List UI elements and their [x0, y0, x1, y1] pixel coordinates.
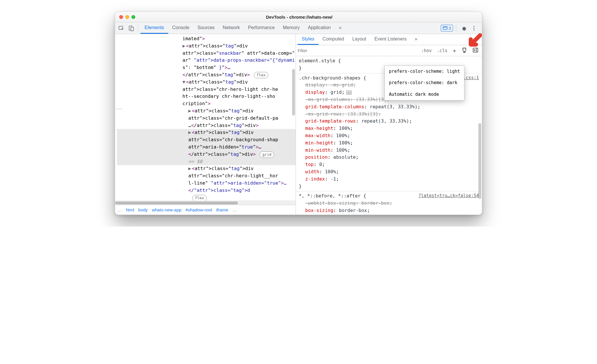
dom-line[interactable]: cription">: [117, 100, 296, 107]
window-controls: [119, 15, 135, 19]
tab-event-listeners[interactable]: Event Listeners: [370, 34, 410, 45]
css-property[interactable]: width: 100%;: [299, 168, 479, 176]
stylesheet-link[interactable]: ?latest=tru…ck=false:54: [418, 192, 479, 199]
css-property[interactable]: position: absolute;: [299, 154, 479, 161]
tab-elements[interactable]: Elements: [141, 22, 168, 34]
tab-console[interactable]: Console: [168, 22, 194, 34]
minimize-window-button[interactable]: [125, 15, 129, 19]
vertical-scrollbar[interactable]: [292, 69, 295, 116]
vertical-scrollbar[interactable]: [478, 123, 481, 199]
svg-point-6: [473, 29, 474, 30]
popup-item[interactable]: prefers-color-scheme: light: [385, 66, 464, 77]
separator: [456, 25, 456, 32]
breadcrumb-item[interactable]: html: [126, 207, 134, 212]
horizontal-scrollbar[interactable]: [115, 201, 296, 205]
dom-line[interactable]: imated">: [117, 35, 296, 43]
tab-computed[interactable]: Computed: [319, 34, 348, 45]
new-style-rule-button[interactable]: +: [451, 46, 458, 55]
css-property[interactable]: min-width: 100%;: [299, 147, 479, 154]
tab-layout[interactable]: Layout: [348, 34, 370, 45]
tab-performance[interactable]: Performance: [244, 22, 279, 34]
dom-line[interactable]: attr">aria-hidden="true">…</attr">class=…: [117, 144, 296, 158]
titlebar: DevTools - chrome://whats-new/: [115, 12, 482, 22]
css-property[interactable]: z-index: -1;: [299, 176, 479, 183]
dom-line[interactable]: == $0: [117, 158, 296, 165]
selector: element.style {: [299, 57, 479, 65]
css-property[interactable]: -webkit-box-sizing: border-box;: [299, 200, 479, 207]
tab-memory[interactable]: Memory: [279, 22, 304, 34]
css-property[interactable]: grid-template-columns: repeat(3, 33.33%)…: [299, 103, 479, 111]
breadcrumb-overflow-right[interactable]: …: [232, 207, 237, 212]
devtools-window: DevTools - chrome://whats-new/ Elements …: [115, 12, 482, 215]
window-title: DevTools - chrome://whats-new/: [135, 15, 463, 20]
css-property[interactable]: max-width: 100%;: [299, 132, 479, 139]
styles-toolbar: :hov .cls +: [296, 45, 482, 56]
svg-point-5: [473, 28, 474, 29]
dom-line[interactable]: ▶<attr">class="tag">div attr">class="chr…: [117, 129, 296, 144]
dom-line[interactable]: ▼<attr">class="tag">div attr">class="chr…: [117, 79, 296, 93]
popup-item[interactable]: Automatic dark mode: [385, 89, 464, 100]
tabs-overflow-icon[interactable]: »: [335, 22, 345, 34]
svg-rect-2: [131, 27, 134, 31]
popup-item[interactable]: prefers-color-scheme: dark: [385, 77, 464, 89]
grid-editor-icon[interactable]: [346, 91, 352, 95]
css-rule[interactable]: ?latest=tru…ck=false:54*, *::before, *::…: [296, 191, 482, 215]
dom-line[interactable]: ▶<attr">class="tag">div attr">class="chr…: [117, 165, 296, 180]
zoom-window-button[interactable]: [131, 15, 135, 19]
gutter-dots-icon: ⋯: [116, 105, 123, 112]
rendering-emulations-popup: prefers-color-scheme: light prefers-colo…: [384, 66, 464, 100]
dom-line[interactable]: …</attr">class="tag">div>: [117, 122, 296, 129]
dom-line[interactable]: ar" "attr">data-props-snackbar="{"dynami: [117, 57, 296, 64]
tab-styles[interactable]: Styles: [298, 34, 319, 45]
close-window-button[interactable]: [119, 15, 123, 19]
svg-point-4: [473, 26, 474, 27]
css-property[interactable]: top: 0;: [299, 161, 479, 168]
css-property[interactable]: max-height: 100%;: [299, 125, 479, 132]
tab-application[interactable]: Application: [304, 22, 335, 34]
issues-count: 3: [449, 26, 451, 31]
css-property[interactable]: min-height: 100%;: [299, 139, 479, 147]
main-toolbar: Elements Console Sources Network Perform…: [115, 22, 482, 34]
dom-line[interactable]: ▶<attr">class="tag">div attr">class="sna…: [117, 43, 296, 57]
annotation-arrow-icon: [466, 33, 482, 52]
styles-body[interactable]: element.style { } n.css:1.chr-background…: [296, 56, 482, 215]
tab-network[interactable]: Network: [219, 22, 244, 34]
hov-button[interactable]: :hov: [419, 47, 433, 54]
styles-panel: Styles Computed Layout Event Listeners »…: [296, 34, 482, 215]
svg-rect-3: [443, 26, 447, 29]
elements-panel: imated">▶<attr">class="tag">div attr">cl…: [115, 34, 296, 215]
dom-line[interactable]: l-line" "attr">aria-hidden="true">…</"at…: [117, 180, 296, 194]
tab-sources[interactable]: Sources: [193, 22, 219, 34]
breadcrumb-item[interactable]: #shadow-root: [186, 207, 212, 212]
breadcrumb-overflow-left[interactable]: …: [117, 207, 122, 212]
dom-line[interactable]: ▶<attr">class="tag">div attr">class="chr…: [117, 107, 296, 122]
dom-tree[interactable]: imated">▶<attr">class="tag">div attr">cl…: [115, 34, 296, 201]
dom-line[interactable]: flex: [117, 194, 296, 201]
more-icon[interactable]: [470, 24, 478, 33]
styles-tabs-overflow-icon[interactable]: »: [411, 34, 422, 45]
breadcrumb: … html body whats-new-app #shadow-root i…: [115, 205, 296, 215]
settings-icon[interactable]: [459, 24, 468, 33]
device-toggle-icon[interactable]: [127, 24, 136, 33]
issues-badge[interactable]: 3: [441, 25, 453, 31]
breadcrumb-item[interactable]: body: [138, 207, 148, 212]
css-property[interactable]: box-sizing: border-box;: [299, 207, 479, 214]
css-property[interactable]: grid-template-rows: repeat(3, 33.33%);: [299, 118, 479, 125]
dom-line[interactable]: s": "bottom" }">…</attr">class="tag">div…: [117, 64, 296, 79]
dom-line[interactable]: ht--secondary chr-hero-light--sho: [117, 93, 296, 100]
cls-button[interactable]: .cls: [435, 47, 449, 54]
css-property[interactable]: -ms-grid-rows: (33.33%)[3];: [299, 111, 479, 118]
styles-tabs: Styles Computed Layout Event Listeners »: [296, 34, 482, 45]
inspect-icon[interactable]: [117, 24, 126, 33]
styles-filter-input[interactable]: [298, 48, 362, 53]
separator: [138, 25, 138, 32]
issues-icon: [443, 26, 447, 30]
breadcrumb-item[interactable]: whats-new-app: [152, 207, 182, 212]
breadcrumb-item[interactable]: iframe: [216, 207, 228, 212]
main-tabs: Elements Console Sources Network Perform…: [141, 22, 440, 34]
